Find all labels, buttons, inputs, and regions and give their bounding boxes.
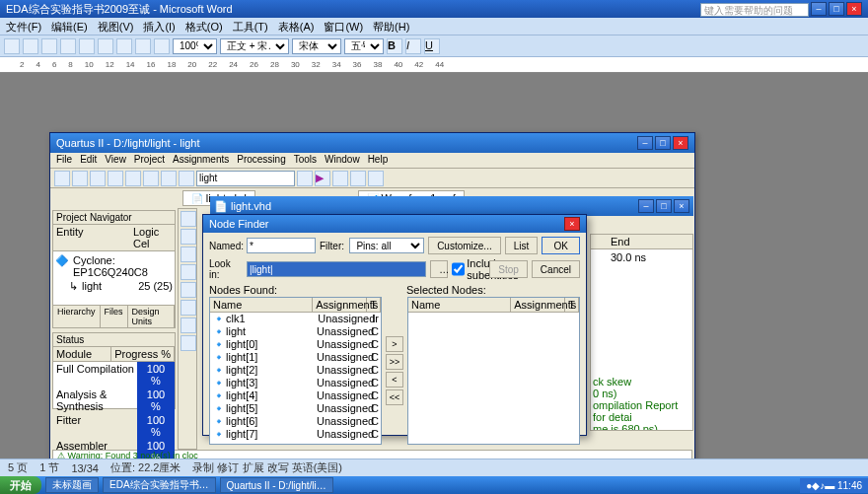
nav-title: Project Navigator (53, 211, 175, 225)
qmenu-tools[interactable]: Tools (294, 154, 317, 167)
tab-files[interactable]: Files (101, 306, 128, 327)
addall-button[interactable]: >> (386, 354, 403, 370)
qmenu-assignments[interactable]: Assignments (173, 154, 229, 167)
save-icon[interactable] (41, 38, 57, 54)
new-icon[interactable] (4, 38, 20, 54)
menu-table[interactable]: 表格(A) (278, 20, 315, 33)
menu-edit[interactable]: 编辑(E) (51, 20, 88, 33)
tab-designunits[interactable]: Design Units (128, 306, 175, 327)
filter-select[interactable]: Pins: all (349, 238, 424, 253)
taskbar-item[interactable]: EDA综合实验指导书… (103, 477, 216, 493)
fontsize-select[interactable]: 五号 (344, 38, 384, 54)
q-chip-icon[interactable] (368, 171, 384, 186)
tool-icon[interactable] (181, 247, 196, 262)
taskbar-item[interactable]: Quartus II - D:/light/li… (220, 477, 333, 493)
word-close-icon[interactable]: × (846, 2, 862, 16)
nodefinder-close-icon[interactable]: × (564, 217, 580, 231)
menu-help[interactable]: 帮助(H) (373, 20, 409, 33)
q-new-icon[interactable] (54, 171, 70, 186)
add-button[interactable]: > (386, 336, 403, 352)
help-search-input[interactable]: 键入需要帮助的问题 (700, 3, 809, 17)
qmenu-edit[interactable]: Edit (80, 154, 97, 167)
italic-icon[interactable]: I (405, 38, 421, 54)
tool-icon[interactable] (181, 229, 196, 245)
bold-icon[interactable]: B (387, 38, 402, 54)
tab-hierarchy[interactable]: Hierarchy (53, 306, 101, 327)
undo-icon[interactable] (135, 38, 151, 54)
quartus-titlebar[interactable]: Quartus II - D:/light/light - light – □ … (50, 133, 694, 153)
word-max-icon[interactable]: □ (829, 2, 844, 16)
start-button[interactable]: 开始 (0, 476, 41, 494)
named-input[interactable] (247, 238, 316, 253)
quartus-max-icon[interactable]: □ (655, 136, 671, 150)
menu-insert[interactable]: 插入(I) (143, 20, 175, 33)
nodefinder-titlebar[interactable]: Node Finder × (203, 215, 586, 233)
lightvhd-title: 📄 light.vhd (214, 200, 271, 213)
removeall-button[interactable]: << (386, 389, 403, 405)
menu-window[interactable]: 窗口(W) (324, 20, 363, 33)
customize-button[interactable]: Customize... (428, 237, 501, 254)
lightvhd-min-icon[interactable]: – (638, 199, 654, 213)
menu-tools[interactable]: 工具(T) (233, 20, 268, 33)
open-icon[interactable] (23, 38, 38, 54)
style-select[interactable]: 正文 + 宋… (220, 38, 289, 54)
paste-icon[interactable] (116, 38, 132, 54)
lightvhd-close-icon[interactable]: × (674, 199, 689, 213)
qmenu-project[interactable]: Project (134, 154, 165, 167)
browse-button[interactable]: … (430, 260, 448, 278)
qmenu-window[interactable]: Window (325, 154, 360, 167)
selected-nodes-list[interactable]: NameAssignmentsT (407, 297, 580, 445)
tool-icon[interactable] (181, 264, 196, 280)
q-open-icon[interactable] (72, 171, 88, 186)
quartus-min-icon[interactable]: – (637, 136, 653, 150)
print-icon[interactable] (60, 38, 76, 54)
windows-taskbar: 开始 未标题画 EDA综合实验指导书… Quartus II - D:/ligh… (0, 476, 868, 494)
qmenu-view[interactable]: View (105, 154, 126, 167)
nodes-found-list[interactable]: NameAssignmentsT 🔹clk1UnassignedIr 🔹ligh… (209, 297, 382, 445)
lightvhd-window-titlebar[interactable]: 📄 light.vhd – □ × (210, 196, 693, 216)
q-paste-icon[interactable] (161, 171, 177, 186)
q-copy-icon[interactable] (143, 171, 159, 186)
q-undo-icon[interactable] (179, 171, 194, 186)
cancel-button[interactable]: Cancel (532, 260, 580, 278)
font-select[interactable]: 宋体 (292, 38, 341, 54)
copy-icon[interactable] (98, 38, 113, 54)
editor-tool-column (178, 208, 197, 450)
include-sub-checkbox[interactable] (452, 261, 465, 277)
lightvhd-max-icon[interactable]: □ (656, 199, 672, 213)
menu-file[interactable]: 文件(F) (6, 20, 41, 33)
q-entity-select[interactable] (196, 171, 295, 186)
qmenu-processing[interactable]: Processing (237, 154, 285, 167)
remove-button[interactable]: < (386, 372, 403, 388)
nav-tree[interactable]: 🔷 Cyclone: EP1C6Q240C8 ↳ light 25 (25) (53, 251, 175, 305)
q-report-icon[interactable] (350, 171, 366, 186)
q-settings-icon[interactable] (297, 171, 313, 186)
lookin-input[interactable] (247, 261, 426, 277)
taskbar-item[interactable]: 未标题画 (45, 477, 99, 493)
q-print-icon[interactable] (108, 171, 123, 186)
tool-icon[interactable] (181, 282, 196, 298)
word-ruler: 2468101214161820222426283032343638404244 (0, 57, 868, 73)
ok-button[interactable]: OK (542, 237, 580, 254)
menu-view[interactable]: 视图(V) (98, 20, 134, 33)
q-timing-icon[interactable] (332, 171, 348, 186)
quartus-close-icon[interactable]: × (673, 136, 688, 150)
system-tray[interactable]: ●◆♪▬ 11:46 (800, 478, 868, 493)
zoom-select[interactable]: 100% (173, 38, 217, 54)
q-cut-icon[interactable] (125, 171, 141, 186)
status-row: Analysis & Synthesis100 % (53, 388, 175, 413)
menu-format[interactable]: 格式(O) (185, 20, 223, 33)
redo-icon[interactable] (154, 38, 170, 54)
qmenu-file[interactable]: File (56, 154, 72, 167)
q-compile-icon[interactable]: ▶ (315, 171, 330, 186)
underline-icon[interactable]: U (424, 38, 440, 54)
tool-icon[interactable] (181, 300, 196, 316)
tool-icon[interactable] (181, 318, 196, 333)
q-save-icon[interactable] (90, 171, 106, 186)
list-button[interactable]: List (505, 237, 539, 254)
cut-icon[interactable] (79, 38, 95, 54)
qmenu-help[interactable]: Help (368, 154, 389, 167)
word-min-icon[interactable]: – (811, 2, 827, 16)
tool-icon[interactable] (181, 211, 196, 227)
tool-icon[interactable] (181, 335, 196, 351)
